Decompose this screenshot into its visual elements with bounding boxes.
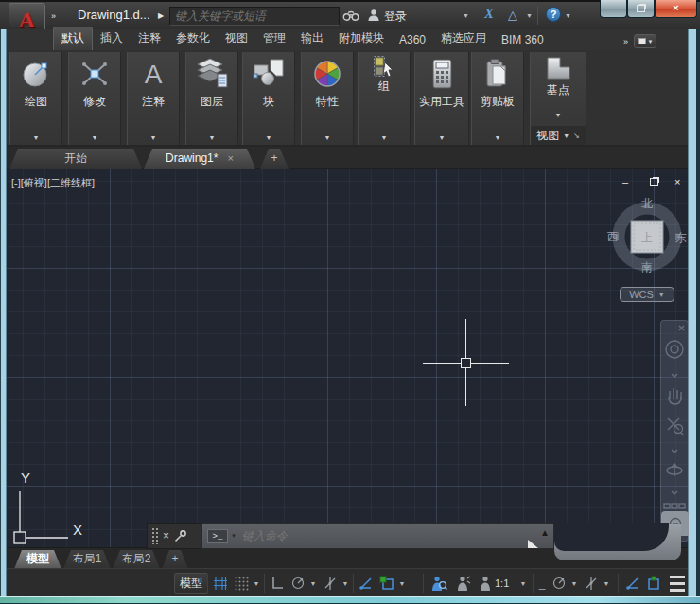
drag-grip-icon[interactable] — [151, 527, 158, 544]
annotation-monitor-toggle[interactable] — [550, 573, 569, 594]
ribbon-tab-manage[interactable]: 管理 — [255, 27, 293, 50]
customize-wrench-icon[interactable] — [174, 530, 186, 542]
ribbon-tab-overflow-icon[interactable]: » — [623, 37, 626, 46]
dialog-launcher-icon[interactable]: ↘ — [573, 132, 580, 140]
ribbon-panel-draw[interactable]: 绘图 ▼ — [9, 52, 62, 145]
ribbon-panel-modify[interactable]: 修改 ▼ — [68, 52, 121, 145]
drawing-minimize-icon[interactable]: – — [622, 176, 628, 187]
viewport-controls[interactable]: [-][俯视][二维线框] — [11, 176, 95, 190]
search-binoculars-icon[interactable] — [342, 9, 359, 22]
units-isolate-toggle[interactable] — [582, 573, 601, 594]
layout-tab-model[interactable]: 模型 — [14, 550, 61, 569]
ribbon-tab-view[interactable]: 视图 — [218, 27, 255, 50]
ribbon-panel-view[interactable]: 基点 ▼ 视图 ▼ ↘ — [530, 52, 586, 145]
workspace-icon[interactable]: _ — [536, 573, 548, 594]
ortho-mode-toggle[interactable] — [268, 573, 287, 594]
panel-expand-arrow-icon[interactable]: ▼ — [415, 134, 468, 141]
object-snap-toggle[interactable] — [377, 573, 396, 594]
navigation-bar[interactable] — [660, 320, 689, 542]
annotation-scale-person-icon[interactable] — [476, 573, 495, 594]
new-drawing-tab-button[interactable]: + — [260, 149, 289, 169]
help-icon[interactable]: ? — [546, 7, 561, 22]
ribbon-tab-annotate[interactable]: 注释 — [131, 27, 168, 50]
base-point-button[interactable]: 基点 — [531, 82, 586, 98]
polar-caret-icon[interactable]: ▼ — [307, 573, 319, 594]
sign-in-caret-icon[interactable]: ▼ — [463, 12, 469, 19]
panel-expand-arrow-icon[interactable]: ▼ — [128, 134, 179, 141]
file-tab-close-icon[interactable]: × — [227, 152, 233, 164]
close-button[interactable]: × — [655, 0, 697, 18]
ribbon-tab-insert[interactable]: 插入 — [93, 27, 131, 50]
command-history-expand-icon[interactable]: ▲ — [540, 527, 550, 538]
drawing-close-icon[interactable]: × — [674, 176, 680, 187]
help-caret-icon[interactable]: ▼ — [565, 12, 571, 19]
command-input[interactable] — [236, 529, 553, 542]
exchange-apps-icon[interactable]: X — [484, 6, 494, 22]
ribbon-panel-layers[interactable]: 图层 ▼ — [185, 52, 238, 145]
ribbon-tab-output[interactable]: 输出 — [293, 27, 331, 50]
ribbon-minimize-button[interactable]: ▼ — [634, 34, 656, 48]
annotation-visibility-toggle[interactable] — [429, 573, 449, 594]
ribbon-panel-utilities[interactable]: 实用工具 ▼ — [414, 52, 469, 145]
ribbon-tab-home[interactable]: 默认 — [53, 27, 93, 50]
wcs-dropdown[interactable]: WCS ▼ — [620, 287, 674, 302]
title-flyout-icon[interactable]: ▶ — [158, 11, 162, 20]
scale-caret-icon[interactable]: ▼ — [517, 573, 529, 594]
search-input[interactable] — [170, 8, 339, 25]
panel-expand-arrow-icon[interactable]: ▼ — [243, 134, 294, 141]
isodraft-caret-icon[interactable]: ▼ — [340, 573, 351, 594]
ribbon-tab-a360[interactable]: A360 — [392, 30, 433, 50]
ribbon-tab-parametric[interactable]: 参数化 — [168, 27, 218, 50]
panel-expand-arrow-icon[interactable]: ▼ — [302, 134, 353, 141]
annotation-autoscale-toggle[interactable] — [453, 573, 474, 594]
panel-expand-arrow-icon[interactable]: ▼ — [472, 134, 523, 141]
annotation-scale-value[interactable]: 1:1 — [495, 573, 509, 594]
quick-access-expand-icon[interactable]: » — [51, 11, 54, 21]
isometric-drafting-toggle[interactable] — [321, 573, 340, 594]
drawing-restore-icon[interactable] — [650, 178, 658, 186]
command-input-area[interactable]: >_ ▼ ▲ — [201, 523, 554, 549]
object-snap-tracking-toggle[interactable] — [357, 573, 376, 594]
panel-expand-arrow-icon[interactable]: ▼ — [186, 134, 237, 141]
layout-tab-layout1[interactable]: 布局1 — [63, 550, 111, 569]
quick-measure-toggle[interactable] — [623, 573, 642, 594]
ribbon-panel-group[interactable]: 组 ▼ — [358, 52, 411, 145]
ribbon-tab-addins[interactable]: 附加模块 — [331, 27, 392, 50]
command-close-icon[interactable]: × — [163, 529, 169, 542]
file-tab-start[interactable]: 开始 — [9, 149, 142, 169]
customization-menu-button[interactable] — [667, 573, 688, 594]
base-point-caret-icon[interactable]: ▼ — [531, 112, 586, 118]
panel-expand-arrow-icon[interactable]: ▼ — [10, 134, 61, 141]
layout-tab-layout2[interactable]: 布局2 — [113, 550, 160, 569]
command-line[interactable]: × >_ ▼ ▲ — [147, 523, 554, 549]
ucs-icon[interactable]: Y X — [9, 469, 132, 549]
panel-expand-arrow-icon[interactable]: ▼ — [69, 134, 120, 141]
ribbon-panel-properties[interactable]: 特性 ▼ — [301, 52, 354, 145]
new-layout-button[interactable]: + — [162, 550, 188, 569]
units-caret-icon[interactable]: ▼ — [601, 573, 612, 594]
model-space-button[interactable]: 模型 — [174, 573, 208, 594]
ribbon-tab-bim360[interactable]: BIM 360 — [494, 30, 551, 50]
sign-in-button[interactable]: 登录 — [384, 9, 407, 25]
maximize-button[interactable] — [627, 0, 655, 18]
user-icon[interactable] — [367, 9, 380, 22]
osnap-caret-icon[interactable]: ▼ — [396, 573, 408, 594]
selection-cycling-toggle[interactable] — [644, 573, 663, 594]
snap-caret-icon[interactable]: ▼ — [251, 573, 262, 594]
grid-display-toggle[interactable] — [211, 573, 230, 594]
help-search-field[interactable] — [169, 7, 340, 26]
ribbon-panel-clipboard[interactable]: 剪贴板 ▼ — [471, 52, 524, 145]
snap-mode-toggle[interactable] — [232, 573, 251, 594]
panel-expand-arrow-icon[interactable]: ▼ — [359, 134, 410, 141]
viewcube[interactable]: 北 南 西 东 上 — [605, 193, 689, 280]
monitor-caret-icon[interactable]: ▼ — [569, 573, 580, 594]
drawing-canvas[interactable]: [-][俯视][二维线框] – × 北 南 西 东 上 WCS ▼ — [7, 169, 688, 547]
polar-tracking-toggle[interactable] — [289, 573, 307, 594]
ribbon-panel-annotate[interactable]: A 注释 ▼ — [127, 52, 180, 145]
ribbon-panel-block[interactable]: 块 ▼ — [242, 52, 295, 145]
a360-triangle-icon[interactable]: △ — [508, 8, 517, 22]
file-tab-drawing1[interactable]: Drawing1*× — [144, 149, 255, 169]
ribbon-tab-featured-apps[interactable]: 精选应用 — [433, 27, 494, 50]
view-panel-footer[interactable]: 视图 ▼ ↘ — [531, 126, 586, 145]
minimize-button[interactable]: – — [600, 0, 627, 18]
